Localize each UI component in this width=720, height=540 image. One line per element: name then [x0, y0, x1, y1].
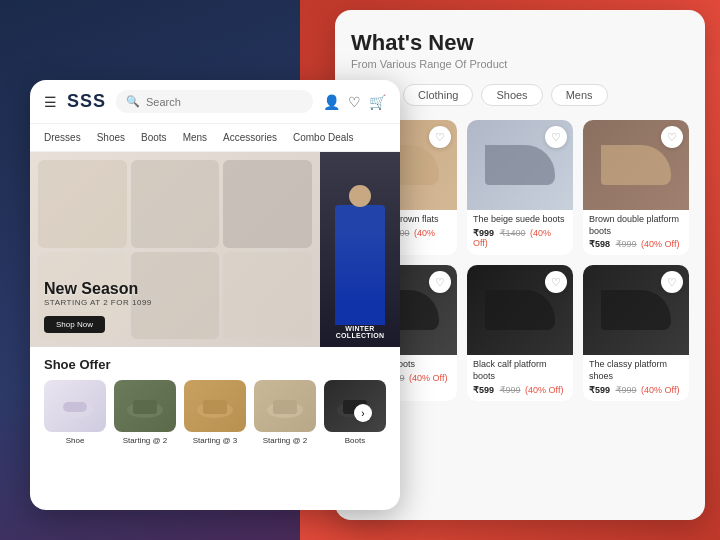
nav-shoes[interactable]: Shoes — [89, 130, 133, 145]
offer-label-1: Shoe — [44, 436, 106, 446]
store-panel: ☰ SSS 🔍 👤 ♡ 🛒 Dresses Shoes Boots Mens A… — [30, 80, 400, 510]
offer-item-1[interactable]: Shoe — [44, 380, 106, 446]
product-image-6: ♡ — [583, 265, 689, 355]
hero-subtitle: STARTING AT 2 FOR 1099 — [44, 298, 152, 307]
offer-label-3: Starting @ 3 — [184, 436, 246, 446]
search-input[interactable] — [146, 96, 303, 108]
nav-accessories[interactable]: Accessories — [215, 130, 285, 145]
wishlist-btn-3[interactable]: ♡ — [661, 126, 683, 148]
wishlist-btn-6[interactable]: ♡ — [661, 271, 683, 293]
offers-wrapper: Shoe Starting @ 2 Starting @ 3 — [44, 380, 386, 446]
header-icons: 👤 ♡ 🛒 — [323, 94, 386, 110]
product-info-6: The classy platform shoes ₹599 ₹999 (40%… — [583, 355, 689, 400]
product-name-2: The beige suede boots — [473, 214, 567, 226]
offer-item-2[interactable]: Starting @ 2 — [114, 380, 176, 446]
old-price-3: ₹999 — [616, 239, 637, 249]
product-card-3[interactable]: ♡ Brown double platform boots ₹598 ₹999 … — [583, 120, 689, 255]
offer-image-3 — [184, 380, 246, 432]
product-price-3: ₹598 ₹999 (40% Off) — [589, 239, 683, 249]
user-icon[interactable]: 👤 — [323, 94, 340, 110]
new-price-6: ₹599 — [589, 385, 610, 395]
discount-5: (40% Off) — [525, 385, 563, 395]
filter-tab-shoes[interactable]: Shoes — [481, 84, 542, 106]
product-card-6[interactable]: ♡ The classy platform shoes ₹599 ₹999 (4… — [583, 265, 689, 400]
offer-label-4: Starting @ 2 — [254, 436, 316, 446]
svg-rect-3 — [133, 400, 157, 414]
old-price-6: ₹999 — [616, 385, 637, 395]
wishlist-icon[interactable]: ♡ — [348, 94, 361, 110]
product-price-2: ₹999 ₹1400 (40% Off) — [473, 228, 567, 248]
product-image-5: ♡ — [467, 265, 573, 355]
old-price-2: ₹1400 — [500, 228, 526, 238]
product-image-3: ♡ — [583, 120, 689, 210]
hero-side: WINTER COLLECTION — [320, 152, 400, 347]
product-name-6: The classy platform shoes — [589, 359, 683, 382]
new-price-2: ₹999 — [473, 228, 494, 238]
product-name-3: Brown double platform boots — [589, 214, 683, 237]
offer-image-2 — [114, 380, 176, 432]
hero-shoe-6 — [223, 252, 312, 340]
old-price-5: ₹999 — [500, 385, 521, 395]
wishlist-btn-1[interactable]: ♡ — [429, 126, 451, 148]
shoe-shape-3 — [601, 145, 671, 185]
product-info-3: Brown double platform boots ₹598 ₹999 (4… — [583, 210, 689, 255]
product-info-5: Black calf platform boots ₹599 ₹999 (40%… — [467, 355, 573, 400]
winter-collection-label: WINTER COLLECTION — [326, 325, 394, 339]
store-header: ☰ SSS 🔍 👤 ♡ 🛒 — [30, 80, 400, 124]
shoe-shape-6 — [601, 290, 671, 330]
offers-section: Shoe Offer Shoe Starting @ 2 — [30, 347, 400, 454]
filter-tab-clothing[interactable]: Clothing — [403, 84, 473, 106]
hero-main: New Season STARTING AT 2 FOR 1099 Shop N… — [30, 152, 320, 347]
store-logo: SSS — [67, 91, 106, 112]
hero-side-image — [320, 152, 400, 347]
whats-new-subtitle: From Various Range Of Product — [351, 58, 689, 70]
menu-icon[interactable]: ☰ — [44, 94, 57, 110]
shop-now-button[interactable]: Shop Now — [44, 316, 105, 333]
product-card-5[interactable]: ♡ Black calf platform boots ₹599 ₹999 (4… — [467, 265, 573, 400]
nav-boots[interactable]: Boots — [133, 130, 175, 145]
offer-image-5 — [324, 380, 386, 432]
shoe-shape-5 — [485, 290, 555, 330]
hero-title: New Season — [44, 280, 152, 298]
product-card-2[interactable]: ♡ The beige suede boots ₹999 ₹1400 (40% … — [467, 120, 573, 255]
hero-text: New Season STARTING AT 2 FOR 1099 Shop N… — [44, 280, 152, 333]
search-icon: 🔍 — [126, 95, 140, 108]
offer-label-2: Starting @ 2 — [114, 436, 176, 446]
svg-rect-5 — [203, 400, 227, 414]
hero-shoe-1 — [38, 160, 127, 248]
product-name-5: Black calf platform boots — [473, 359, 567, 382]
svg-rect-1 — [63, 402, 87, 412]
products-grid: ♡ Studs on brown flats ₹999 ₹1400 (40% O… — [351, 120, 689, 401]
discount-4: (40% Off) — [409, 373, 447, 383]
search-bar[interactable]: 🔍 — [116, 90, 313, 113]
svg-rect-7 — [273, 400, 297, 414]
hero-shoe-2 — [131, 160, 220, 248]
cart-icon[interactable]: 🛒 — [369, 94, 386, 110]
store-nav: Dresses Shoes Boots Mens Accessories Com… — [30, 124, 400, 152]
discount-3: (40% Off) — [641, 239, 679, 249]
offer-image-4 — [254, 380, 316, 432]
offer-item-4[interactable]: Starting @ 2 — [254, 380, 316, 446]
shoe-shape-2 — [485, 145, 555, 185]
wishlist-btn-4[interactable]: ♡ — [429, 271, 451, 293]
whats-new-title: What's New — [351, 30, 689, 56]
offers-row: Shoe Starting @ 2 Starting @ 3 — [44, 380, 386, 446]
hero-section: New Season STARTING AT 2 FOR 1099 Shop N… — [30, 152, 400, 347]
offer-label-5: Boots — [324, 436, 386, 446]
offer-item-3[interactable]: Starting @ 3 — [184, 380, 246, 446]
nav-mens[interactable]: Mens — [175, 130, 215, 145]
wishlist-btn-2[interactable]: ♡ — [545, 126, 567, 148]
new-price-5: ₹599 — [473, 385, 494, 395]
offers-next-arrow[interactable]: › — [354, 404, 372, 422]
wishlist-btn-5[interactable]: ♡ — [545, 271, 567, 293]
new-price-3: ₹598 — [589, 239, 610, 249]
product-info-2: The beige suede boots ₹999 ₹1400 (40% Of… — [467, 210, 573, 254]
nav-dresses[interactable]: Dresses — [44, 130, 89, 145]
winter-person — [335, 205, 385, 325]
filter-tabs: All Clothing Shoes Mens — [351, 84, 689, 106]
offers-title: Shoe Offer — [44, 357, 386, 372]
hero-shoe-3 — [223, 160, 312, 248]
nav-combo-deals[interactable]: Combo Deals — [285, 130, 362, 145]
product-price-5: ₹599 ₹999 (40% Off) — [473, 385, 567, 395]
filter-tab-mens[interactable]: Mens — [551, 84, 608, 106]
